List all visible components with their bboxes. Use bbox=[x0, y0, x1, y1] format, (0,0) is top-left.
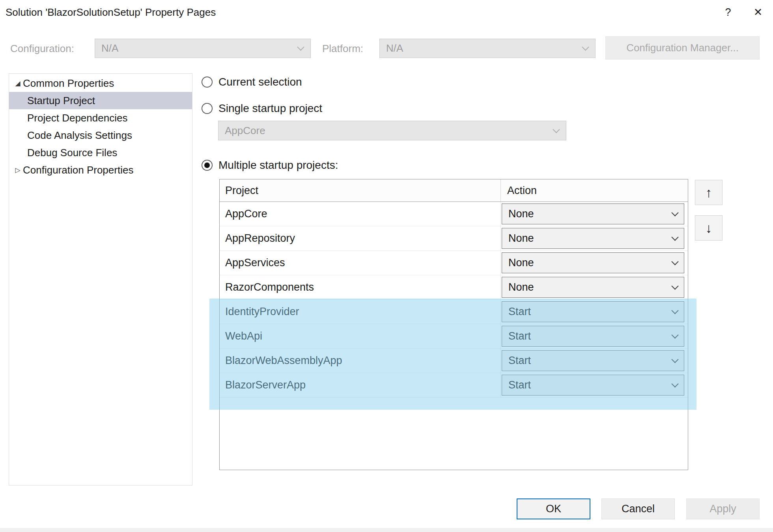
chevron-down-icon bbox=[671, 209, 678, 216]
radio-label: Single startup project bbox=[218, 102, 322, 115]
action-value: None bbox=[508, 232, 534, 245]
action-value: None bbox=[508, 281, 534, 293]
table-row[interactable]: AppRepository None bbox=[220, 226, 688, 251]
move-up-button[interactable]: ↑ bbox=[695, 180, 723, 205]
tree-item-label: Code Analysis Settings bbox=[27, 129, 132, 142]
platform-select: N/A bbox=[379, 39, 596, 58]
tree-item-label: Debug Source Files bbox=[27, 147, 117, 159]
tree-item-code-analysis-settings[interactable]: Code Analysis Settings bbox=[9, 127, 192, 144]
configuration-manager-button: Configuration Manager... bbox=[605, 36, 760, 60]
chevron-down-icon bbox=[671, 356, 678, 363]
window-bottom-edge bbox=[0, 528, 773, 532]
cancel-button[interactable]: Cancel bbox=[601, 498, 675, 519]
action-value: None bbox=[508, 208, 534, 220]
property-pages-dialog: Solution 'BlazorSolutionSetup' Property … bbox=[0, 0, 773, 532]
action-dropdown[interactable]: Start bbox=[502, 326, 684, 347]
action-value: Start bbox=[508, 355, 531, 367]
close-icon[interactable]: ✕ bbox=[743, 0, 773, 24]
single-startup-project-select: AppCore bbox=[218, 121, 566, 140]
radio-icon[interactable] bbox=[202, 77, 213, 88]
chevron-down-icon bbox=[297, 43, 304, 50]
radio-icon[interactable] bbox=[202, 103, 213, 114]
single-startup-project-value: AppCore bbox=[225, 125, 265, 137]
table-header: Project Action bbox=[220, 179, 688, 202]
tree-item-common-properties[interactable]: ◢ Common Properties bbox=[9, 75, 192, 92]
action-dropdown[interactable]: Start bbox=[502, 350, 684, 371]
project-name: AppCore bbox=[220, 202, 501, 226]
radio-single-startup-project[interactable]: Single startup project bbox=[202, 102, 322, 115]
project-name: AppRepository bbox=[220, 226, 501, 250]
apply-button: Apply bbox=[686, 498, 760, 519]
ok-button[interactable]: OK bbox=[517, 498, 590, 519]
chevron-down-icon bbox=[671, 380, 678, 387]
action-value: Start bbox=[508, 306, 531, 318]
tree-collapsed-icon[interactable]: ▷ bbox=[13, 166, 23, 174]
table-row[interactable]: IdentityProvider Start bbox=[220, 300, 688, 324]
platform-label: Platform: bbox=[322, 43, 363, 55]
configuration-select: N/A bbox=[95, 39, 311, 58]
project-name: RazorComponents bbox=[220, 275, 501, 299]
radio-selected-icon[interactable] bbox=[202, 160, 213, 171]
project-name: WebApi bbox=[220, 324, 501, 348]
table-row[interactable]: RazorComponents None bbox=[220, 275, 688, 300]
project-name: BlazorWebAssemblyApp bbox=[220, 349, 501, 373]
tree-item-label: Startup Project bbox=[27, 95, 95, 107]
tree-item-label: Common Properties bbox=[23, 77, 114, 90]
radio-current-selection[interactable]: Current selection bbox=[202, 76, 302, 88]
action-dropdown[interactable]: Start bbox=[502, 301, 684, 322]
action-value: Start bbox=[508, 379, 531, 391]
title-bar: Solution 'BlazorSolutionSetup' Property … bbox=[0, 0, 773, 24]
radio-label: Multiple startup projects: bbox=[218, 159, 338, 172]
tree-item-label: Configuration Properties bbox=[23, 164, 133, 176]
titlebar-buttons: ? ✕ bbox=[713, 0, 773, 24]
move-down-button[interactable]: ↓ bbox=[695, 215, 723, 241]
table-row[interactable]: BlazorWebAssemblyApp Start bbox=[220, 349, 688, 373]
chevron-down-icon bbox=[582, 43, 589, 50]
action-value: None bbox=[508, 257, 534, 269]
tree-item-debug-source-files[interactable]: Debug Source Files bbox=[9, 144, 192, 161]
properties-tree: ◢ Common Properties Startup Project Proj… bbox=[9, 73, 192, 485]
window-title: Solution 'BlazorSolutionSetup' Property … bbox=[6, 6, 216, 19]
tree-item-configuration-properties[interactable]: ▷ Configuration Properties bbox=[9, 161, 192, 179]
action-dropdown[interactable]: None bbox=[502, 228, 684, 249]
table-row[interactable]: BlazorServerApp Start bbox=[220, 373, 688, 398]
platform-select-value: N/A bbox=[386, 42, 403, 54]
action-dropdown[interactable]: Start bbox=[502, 375, 684, 396]
table-row[interactable]: WebApi Start bbox=[220, 324, 688, 349]
project-name: BlazorServerApp bbox=[220, 373, 501, 397]
configuration-select-value: N/A bbox=[101, 42, 118, 54]
table-row[interactable]: AppCore None bbox=[220, 202, 688, 226]
chevron-down-icon bbox=[553, 126, 560, 133]
chevron-down-icon bbox=[671, 331, 678, 338]
project-name: AppServices bbox=[220, 251, 501, 275]
action-value: Start bbox=[508, 330, 531, 342]
action-column-header: Action bbox=[501, 179, 688, 202]
project-column-header: Project bbox=[220, 179, 501, 202]
configuration-label: Configuration: bbox=[10, 43, 74, 55]
chevron-down-icon bbox=[671, 307, 678, 314]
startup-projects-table: Project Action AppCore None AppRepositor… bbox=[219, 179, 688, 470]
tree-expanded-icon[interactable]: ◢ bbox=[13, 79, 23, 88]
chevron-down-icon bbox=[671, 258, 678, 265]
action-dropdown[interactable]: None bbox=[502, 203, 684, 224]
chevron-down-icon bbox=[671, 282, 678, 289]
table-row[interactable]: AppServices None bbox=[220, 251, 688, 275]
tree-item-label: Project Dependencies bbox=[27, 112, 127, 124]
radio-label: Current selection bbox=[218, 76, 302, 88]
tree-item-project-dependencies[interactable]: Project Dependencies bbox=[9, 109, 192, 127]
chevron-down-icon bbox=[671, 233, 678, 241]
tree-item-startup-project[interactable]: Startup Project bbox=[9, 92, 192, 109]
arrow-up-icon: ↑ bbox=[706, 185, 712, 200]
action-dropdown[interactable]: None bbox=[502, 277, 684, 298]
radio-multiple-startup-projects[interactable]: Multiple startup projects: bbox=[202, 159, 338, 172]
arrow-down-icon: ↓ bbox=[706, 220, 712, 236]
project-name: IdentityProvider bbox=[220, 300, 501, 324]
help-icon[interactable]: ? bbox=[713, 0, 743, 24]
action-dropdown[interactable]: None bbox=[502, 252, 684, 273]
